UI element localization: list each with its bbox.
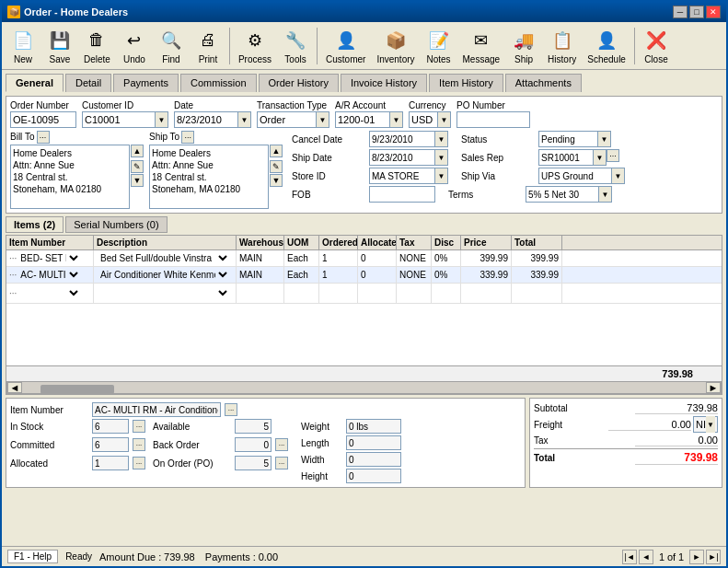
- ship-to-scroll-down[interactable]: ▼: [270, 174, 283, 187]
- scroll-thumb-h[interactable]: [40, 385, 114, 394]
- history-button[interactable]: 📋 History: [543, 25, 581, 67]
- fob-input[interactable]: [369, 186, 435, 203]
- item-number-select-2[interactable]: AC- MULTI RM: [17, 269, 81, 281]
- back-order-input[interactable]: [235, 437, 272, 452]
- bill-to-scroll-up[interactable]: ▲: [131, 145, 144, 157]
- tools-button[interactable]: 🔧 Tools: [278, 25, 313, 67]
- close-button[interactable]: ❌ Close: [639, 25, 674, 67]
- freight-code-dropdown[interactable]: ▼: [706, 416, 715, 433]
- store-id-dropdown[interactable]: ▼: [435, 168, 448, 184]
- prev-page-button[interactable]: ◄: [639, 550, 653, 564]
- freight-code[interactable]: NI ▼: [693, 416, 718, 433]
- status-input[interactable]: [538, 131, 598, 147]
- schedule-button[interactable]: 👤 Schedule: [583, 25, 630, 67]
- tab-order-history[interactable]: Order History: [259, 74, 339, 92]
- currency-dropdown[interactable]: ▼: [438, 111, 451, 128]
- desc-select-1[interactable]: Bed Set Full/double Vinstra: [97, 252, 230, 264]
- customer-button[interactable]: 👤 Customer: [321, 25, 370, 67]
- tab-items[interactable]: Items (2): [6, 216, 64, 233]
- width-input[interactable]: [346, 452, 401, 467]
- terms-input[interactable]: [526, 186, 599, 203]
- customer-id-input[interactable]: [82, 111, 156, 128]
- currency-input[interactable]: [409, 111, 438, 128]
- help-button[interactable]: F1 - Help: [7, 550, 58, 563]
- terms-dropdown[interactable]: ▼: [599, 186, 612, 203]
- weight-input[interactable]: [346, 419, 401, 434]
- cell-empty-desc[interactable]: [94, 284, 237, 303]
- tab-invoice-history[interactable]: Invoice History: [341, 74, 427, 92]
- committed-detail-button[interactable]: ···: [133, 438, 145, 451]
- scroll-track-h[interactable]: [22, 383, 706, 392]
- notes-button[interactable]: 📝 Notes: [422, 25, 456, 67]
- undo-button[interactable]: ↩ Undo: [117, 25, 152, 67]
- store-id-input[interactable]: [369, 168, 435, 184]
- item-number-expand-button[interactable]: ···: [225, 403, 237, 416]
- available-input[interactable]: [235, 419, 272, 434]
- desc-select-2[interactable]: Air Conditioner White Kenmore 12,000: [97, 269, 230, 281]
- sales-rep-dropdown[interactable]: ▼: [594, 149, 607, 166]
- cell-item-number-2[interactable]: ··· AC- MULTI RM: [6, 267, 94, 283]
- order-number-input[interactable]: OE-10095: [10, 111, 76, 128]
- ship-to-scroll-up[interactable]: ▲: [270, 145, 283, 157]
- committed-input[interactable]: [92, 437, 129, 452]
- scroll-right-button[interactable]: ►: [706, 382, 721, 393]
- ship-to-expand-button[interactable]: ···: [181, 131, 194, 144]
- close-window-button[interactable]: ✕: [706, 6, 721, 18]
- customer-id-dropdown[interactable]: ▼: [156, 111, 168, 128]
- tab-general[interactable]: General: [6, 74, 64, 92]
- find-button[interactable]: 🔍 Find: [154, 25, 189, 67]
- new-button[interactable]: 📄 New: [6, 25, 40, 67]
- item-number-select-1[interactable]: BED- SET FULL: [17, 252, 81, 264]
- tab-serial-numbers[interactable]: Serial Numbers (0): [65, 216, 167, 233]
- item-number-select-empty[interactable]: [17, 287, 81, 299]
- message-button[interactable]: ✉ Message: [458, 25, 505, 67]
- ship-via-dropdown[interactable]: ▼: [612, 168, 625, 184]
- scroll-left-button[interactable]: ◄: [7, 382, 22, 393]
- cell-desc-2[interactable]: Air Conditioner White Kenmore 12,000: [94, 267, 237, 283]
- cancel-date-input[interactable]: [369, 131, 435, 147]
- ship-button[interactable]: 🚚 Ship: [506, 25, 541, 67]
- ship-date-input[interactable]: [369, 149, 435, 166]
- cell-item-number-1[interactable]: ··· BED- SET FULL: [6, 250, 94, 266]
- next-page-button[interactable]: ►: [689, 550, 704, 564]
- transaction-type-dropdown[interactable]: ▼: [317, 111, 329, 128]
- po-number-input[interactable]: [456, 111, 530, 128]
- height-input[interactable]: [346, 469, 401, 483]
- ship-date-dropdown[interactable]: ▼: [435, 149, 448, 166]
- tab-commission[interactable]: Commission: [180, 74, 257, 92]
- print-button[interactable]: 🖨 Print: [191, 25, 225, 67]
- ar-account-dropdown[interactable]: ▼: [390, 111, 403, 128]
- in-stock-detail-button[interactable]: ···: [133, 420, 145, 433]
- ship-via-input[interactable]: [538, 168, 612, 184]
- ship-to-edit[interactable]: ✎: [270, 160, 283, 173]
- delete-button[interactable]: 🗑 Delete: [79, 25, 115, 67]
- in-stock-input[interactable]: [92, 419, 129, 434]
- desc-select-empty[interactable]: [97, 287, 230, 299]
- bill-to-edit[interactable]: ✎: [131, 160, 144, 173]
- date-dropdown[interactable]: ▼: [238, 111, 251, 128]
- bill-to-expand-button[interactable]: ···: [37, 131, 50, 144]
- date-input[interactable]: [174, 111, 238, 128]
- allocated-detail-button[interactable]: ···: [133, 457, 145, 469]
- first-page-button[interactable]: |◄: [622, 550, 637, 564]
- last-page-button[interactable]: ►|: [706, 550, 721, 564]
- save-button[interactable]: 💾 Save: [42, 25, 77, 67]
- bill-to-scroll-down[interactable]: ▼: [131, 174, 144, 187]
- sales-rep-detail[interactable]: ···: [607, 149, 619, 162]
- tab-payments[interactable]: Payments: [113, 74, 179, 92]
- inventory-button[interactable]: 📦 Inventory: [372, 25, 419, 67]
- on-order-detail-button[interactable]: ···: [275, 457, 288, 469]
- tab-detail[interactable]: Detail: [65, 74, 111, 92]
- cancel-date-dropdown[interactable]: ▼: [435, 131, 448, 147]
- back-order-detail-button[interactable]: ···: [275, 438, 288, 451]
- on-order-input[interactable]: [235, 456, 272, 470]
- tab-attachments[interactable]: Attachments: [505, 74, 582, 92]
- status-dropdown[interactable]: ▼: [598, 131, 611, 147]
- item-number-bottom-input[interactable]: [92, 402, 221, 417]
- length-input[interactable]: [346, 435, 401, 450]
- tab-item-history[interactable]: Item History: [429, 74, 503, 92]
- grid-scrollbar-horizontal[interactable]: ◄ ►: [6, 381, 722, 394]
- cell-empty-num[interactable]: ···: [6, 284, 94, 303]
- allocated-input[interactable]: [92, 456, 129, 470]
- minimize-button[interactable]: ─: [673, 6, 688, 18]
